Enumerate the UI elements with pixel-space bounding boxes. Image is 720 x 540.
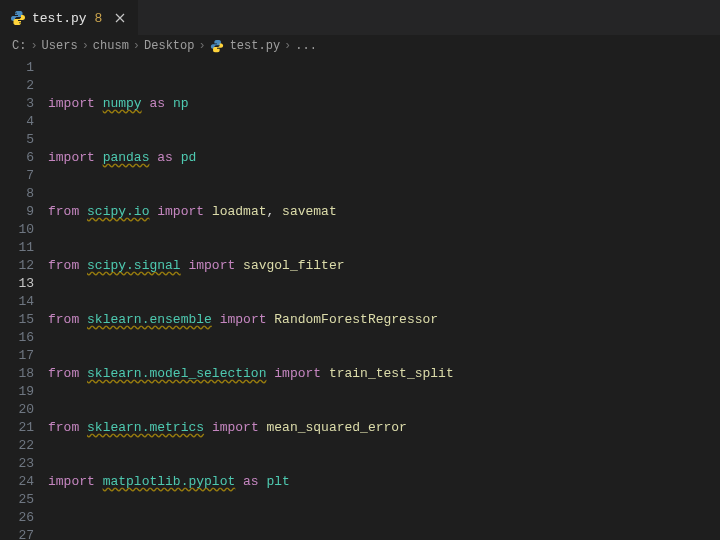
line-number: 22	[0, 437, 34, 455]
line-number: 2	[0, 77, 34, 95]
editor[interactable]: 1234567891011121314151617181920212223242…	[0, 57, 720, 540]
chevron-right-icon: ›	[133, 39, 140, 53]
line-number: 3	[0, 95, 34, 113]
line-number: 9	[0, 203, 34, 221]
breadcrumb-seg[interactable]: test.py	[230, 39, 280, 53]
breadcrumb-seg[interactable]: Users	[42, 39, 78, 53]
line-number: 25	[0, 491, 34, 509]
breadcrumb-seg[interactable]: ...	[295, 39, 317, 53]
python-file-icon	[10, 10, 26, 26]
breadcrumb-seg[interactable]: Desktop	[144, 39, 194, 53]
breadcrumb-seg[interactable]: chusm	[93, 39, 129, 53]
line-number: 12	[0, 257, 34, 275]
tab-label: test.py	[32, 11, 87, 26]
chevron-right-icon: ›	[82, 39, 89, 53]
line-number: 10	[0, 221, 34, 239]
line-number: 23	[0, 455, 34, 473]
chevron-right-icon: ›	[284, 39, 291, 53]
line-number: 14	[0, 293, 34, 311]
line-number: 7	[0, 167, 34, 185]
close-icon[interactable]	[112, 10, 128, 26]
line-number: 26	[0, 509, 34, 527]
line-number: 21	[0, 419, 34, 437]
line-number: 27	[0, 527, 34, 540]
line-number: 4	[0, 113, 34, 131]
tab-bar: test.py 8	[0, 0, 720, 35]
line-number: 11	[0, 239, 34, 257]
line-number: 1	[0, 59, 34, 77]
line-number: 13	[0, 275, 34, 293]
line-number: 24	[0, 473, 34, 491]
line-number: 19	[0, 383, 34, 401]
tab-test-py[interactable]: test.py 8	[0, 0, 138, 35]
line-number: 20	[0, 401, 34, 419]
line-number: 16	[0, 329, 34, 347]
line-number: 6	[0, 149, 34, 167]
line-number: 15	[0, 311, 34, 329]
line-number: 17	[0, 347, 34, 365]
line-number: 8	[0, 185, 34, 203]
chevron-right-icon: ›	[30, 39, 37, 53]
chevron-right-icon: ›	[198, 39, 205, 53]
line-number-gutter: 1234567891011121314151617181920212223242…	[0, 57, 48, 540]
python-file-icon	[210, 39, 224, 53]
tab-modified-indicator: 8	[95, 11, 103, 26]
line-number: 5	[0, 131, 34, 149]
line-number: 18	[0, 365, 34, 383]
code-area[interactable]: import numpy as np import pandas as pd f…	[48, 57, 720, 540]
breadcrumb[interactable]: C: › Users › chusm › Desktop › test.py ›…	[0, 35, 720, 57]
breadcrumb-seg[interactable]: C:	[12, 39, 26, 53]
